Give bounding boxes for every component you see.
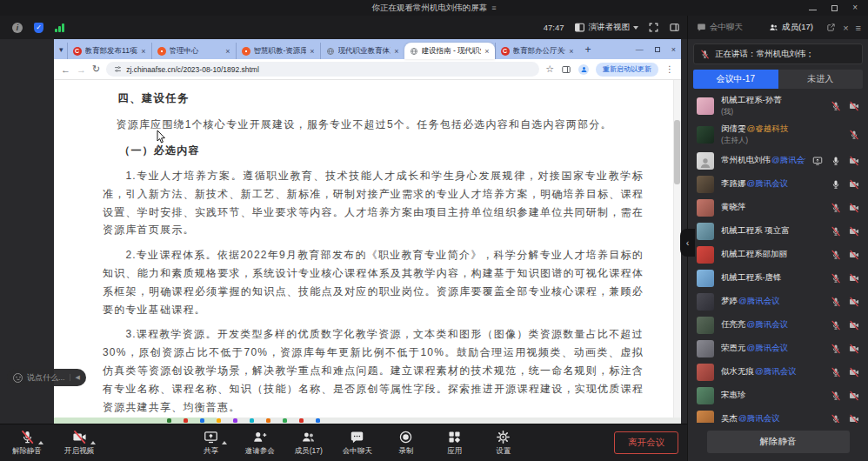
mic-muted-icon[interactable] — [831, 297, 841, 307]
mic-off-button[interactable]: 解除静音 — [12, 430, 42, 457]
mic-icon[interactable] — [831, 156, 841, 166]
mic-muted-icon[interactable] — [831, 344, 841, 354]
mic-muted-icon[interactable] — [831, 226, 841, 237]
chrome-update-button[interactable]: 重新启动以更新 — [596, 63, 658, 77]
camera-off-icon[interactable] — [849, 250, 859, 260]
leave-meeting-button[interactable]: 离开会议 — [614, 431, 678, 454]
member-row[interactable]: 常州机电刘伟@腾讯会议 — [688, 149, 868, 172]
mic-muted-icon[interactable] — [831, 250, 841, 260]
collapse-left-icon[interactable]: ◀ — [70, 374, 80, 381]
member-row[interactable]: 荣恩元@腾讯会议 — [688, 337, 868, 360]
member-row[interactable]: 机械工程系-孙菁(我) — [688, 91, 868, 120]
unmute-button[interactable]: 解除静音 — [707, 431, 850, 453]
popout-icon[interactable] — [826, 23, 836, 32]
camera-off-icon[interactable] — [849, 320, 859, 331]
camera-off-icon[interactable] — [849, 297, 859, 307]
tab-not-joined[interactable]: 未进入 — [778, 70, 864, 89]
caret-up-icon[interactable] — [38, 441, 43, 444]
member-row[interactable]: 机械工程系 项立富 — [688, 219, 868, 243]
member-row[interactable]: 任亮亮@腾讯会议 — [688, 313, 868, 337]
camera-off-icon[interactable] — [849, 367, 859, 377]
sidebar-collapse-handle[interactable]: ‹ — [680, 229, 695, 257]
mic-icon[interactable] — [831, 179, 841, 190]
camera-off-icon[interactable] — [849, 414, 859, 424]
side-panel-button[interactable] — [669, 22, 680, 33]
forward-button[interactable]: → — [77, 64, 86, 75]
browser-tab[interactable]: 管理中心× — [151, 43, 236, 59]
tab-search-icon[interactable]: ▾ — [59, 45, 63, 54]
camera-off-icon[interactable] — [849, 273, 859, 284]
tab-close-icon[interactable]: × — [310, 47, 314, 56]
tab-close-icon[interactable]: × — [569, 47, 573, 56]
fullscreen-button[interactable] — [648, 22, 659, 33]
mic-muted-icon[interactable] — [831, 320, 841, 331]
new-tab-button[interactable]: + — [585, 43, 591, 56]
address-bar[interactable]: zj.chinaafse.cn/c/2023-08-10/1892.shtml — [106, 62, 539, 77]
tab-close-icon[interactable]: × — [225, 47, 230, 56]
member-row[interactable]: 宋惠珍 — [688, 384, 868, 407]
camera-off-icon[interactable] — [849, 101, 859, 111]
mic-muted-icon[interactable] — [831, 101, 841, 111]
reload-button[interactable]: ↻ — [92, 63, 100, 75]
mic-muted-icon[interactable] — [849, 130, 859, 140]
screen-share-icon[interactable] — [812, 156, 823, 166]
member-row[interactable]: 黄晓萍 — [688, 196, 868, 219]
mic-muted-icon[interactable] — [831, 203, 841, 213]
member-row[interactable]: 似水无痕@腾讯会议 — [688, 360, 868, 384]
browser-maximize-button[interactable] — [655, 47, 660, 52]
member-row[interactable]: 闵倩雯@睿越科技(主持人) — [688, 120, 868, 149]
view-mode-button[interactable]: 演讲者视图 — [574, 22, 639, 33]
title-menu-icon[interactable]: ≡ — [491, 3, 496, 12]
member-row[interactable]: 李路娜@腾讯会议 — [688, 172, 868, 196]
camera-off-icon[interactable] — [849, 226, 859, 237]
mic-muted-icon[interactable] — [831, 391, 841, 401]
camera-off-icon[interactable] — [849, 203, 859, 213]
member-row[interactable]: 梦婷@腾讯会议 — [688, 290, 868, 313]
browser-menu-icon[interactable]: ⋮ — [665, 64, 674, 74]
tab-close-icon[interactable]: × — [394, 47, 398, 56]
caret-up-icon[interactable] — [222, 441, 227, 444]
info-icon[interactable]: i — [12, 23, 23, 33]
cam-off-button[interactable]: 开启视频 — [64, 430, 94, 457]
tab-in-meeting[interactable]: 会议中-17 — [693, 70, 778, 89]
camera-off-icon[interactable] — [849, 179, 859, 190]
side-panel-icon[interactable] — [561, 64, 571, 75]
profile-avatar[interactable] — [578, 64, 589, 75]
chat-button[interactable]: 会中聊天 — [343, 430, 372, 457]
browser-tab[interactable]: C教育部办公厅关于做好...× — [495, 43, 579, 59]
invite-button[interactable]: 邀请参会 — [245, 430, 275, 457]
browser-close-button[interactable]: × — [671, 45, 676, 54]
minimize-button[interactable] — [809, 10, 817, 10]
tab-close-icon[interactable]: × — [484, 47, 489, 56]
settings-button[interactable]: 设置 — [489, 430, 518, 457]
quick-chat-input[interactable]: 说点什么... ◀ — [7, 369, 86, 386]
member-row[interactable]: 吴杰@腾讯会议 — [688, 407, 868, 423]
browser-tab[interactable]: 现代职业教育体系改革...× — [320, 43, 404, 59]
emoji-icon[interactable] — [13, 373, 23, 383]
member-row[interactable]: 机械工程系-唐锋 — [688, 266, 868, 290]
browser-tab[interactable]: C教育部发布11项现代职...× — [67, 43, 151, 59]
caret-up-icon[interactable] — [90, 441, 96, 444]
browser-minimize-button[interactable]: — — [636, 45, 644, 54]
scrollbar-thumb[interactable] — [674, 120, 680, 184]
browser-tab[interactable]: 建设指南 - 现代职业教...× — [404, 43, 495, 59]
camera-off-icon[interactable] — [849, 344, 859, 354]
mic-muted-icon[interactable] — [831, 367, 841, 377]
browser-tab[interactable]: 智慧职教-资源库× — [236, 43, 320, 59]
record-button[interactable]: 录制 — [391, 430, 421, 457]
close-panel-icon[interactable]: × — [843, 23, 848, 33]
back-button[interactable]: ← — [61, 64, 70, 75]
tab-close-icon[interactable]: × — [141, 47, 145, 56]
tab-chat[interactable]: 会中聊天 — [697, 22, 743, 33]
camera-off-icon[interactable] — [849, 391, 859, 401]
apps-button[interactable]: 应用 — [440, 430, 470, 457]
camera-off-icon[interactable] — [849, 156, 859, 166]
close-button[interactable]: × — [852, 3, 858, 12]
tab-members[interactable]: 成员(17) — [769, 22, 813, 33]
security-shield-icon[interactable]: ✓ — [34, 23, 43, 33]
mic-muted-icon[interactable] — [831, 414, 841, 424]
maximize-button[interactable] — [831, 5, 838, 11]
share-button[interactable]: 共享 — [197, 430, 226, 457]
panel-menu-icon[interactable]: ≡ — [856, 23, 861, 33]
mic-muted-icon[interactable] — [831, 273, 841, 284]
